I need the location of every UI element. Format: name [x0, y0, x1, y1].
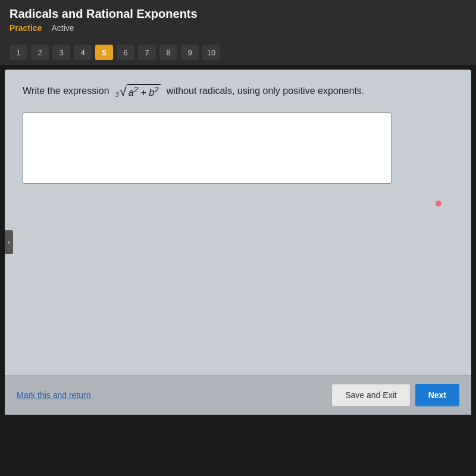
prompt-after: without radicals, using only positive ex… — [167, 86, 365, 96]
next-button[interactable]: Next — [415, 384, 459, 406]
math-expression: 3 √ a2 + b2 — [115, 84, 161, 98]
question-3[interactable]: 3 — [52, 45, 70, 60]
question-8[interactable]: 8 — [159, 45, 177, 60]
tab-practice[interactable]: Practice — [10, 23, 42, 35]
question-text: Write the expression 3 √ a2 + b2 without… — [23, 84, 453, 98]
question-number-bar: 1 2 3 4 5 6 7 8 9 10 — [10, 40, 466, 65]
question-2[interactable]: 2 — [31, 45, 49, 60]
question-7[interactable]: 7 — [138, 45, 156, 60]
nav-tabs: Practice Active — [10, 23, 466, 35]
radical-symbol: √ — [120, 85, 127, 98]
question-5[interactable]: 5 — [95, 45, 113, 60]
save-exit-button[interactable]: Save and Exit — [331, 384, 410, 406]
prompt-before: Write the expression — [23, 86, 109, 96]
red-dot-indicator — [436, 201, 441, 206]
answer-input[interactable] — [23, 112, 392, 184]
question-10[interactable]: 10 — [202, 45, 220, 60]
main-content: ‹ Write the expression 3 √ a2 + b2 witho… — [5, 70, 471, 415]
mark-return-link[interactable]: Mark this and return — [17, 390, 91, 400]
footer-buttons: Save and Exit Next — [331, 384, 459, 406]
question-4[interactable]: 4 — [74, 45, 92, 60]
radical-content: a2 + b2 — [127, 84, 161, 98]
tab-active[interactable]: Active — [51, 23, 74, 35]
header: Radicals and Rational Exponents Practice… — [0, 0, 476, 65]
question-9[interactable]: 9 — [181, 45, 199, 60]
footer: Mark this and return Save and Exit Next — [5, 375, 471, 415]
left-arrow-icon[interactable]: ‹ — [5, 230, 13, 254]
question-6[interactable]: 6 — [117, 45, 134, 60]
question-1[interactable]: 1 — [10, 45, 27, 60]
page-title: Radicals and Rational Exponents — [10, 7, 466, 21]
radical-index: 3 — [115, 91, 119, 98]
